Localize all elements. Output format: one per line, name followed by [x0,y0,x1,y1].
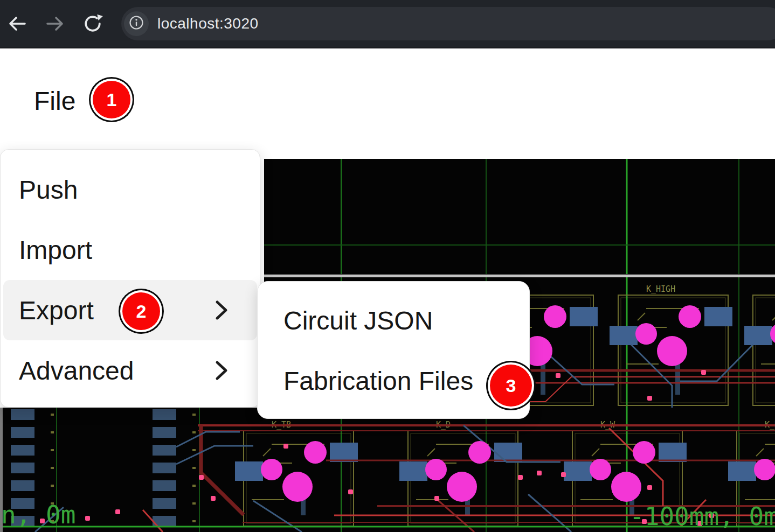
submenu-item-label: Circuit JSON [283,306,433,335]
forward-button[interactable] [40,9,70,39]
menu-item-label: Import [19,235,92,265]
export-submenu: Circuit JSON Fabrication Files [257,281,530,419]
file-menu-button[interactable]: File [34,86,75,116]
submenu-item-circuit-json[interactable]: Circuit JSON [258,290,529,351]
reload-icon [82,13,103,34]
annotation-step-2: 2 [122,292,160,330]
file-dropdown-menu: Push Import Export Advanced [0,149,260,408]
site-info-button[interactable] [124,11,149,36]
menu-item-label: Export [19,296,94,325]
url-text[interactable]: localhost:3020 [157,15,259,32]
menu-item-advanced[interactable]: Advanced [1,340,260,401]
menu-item-import[interactable]: Import [1,220,260,280]
url-bar[interactable]: localhost:3020 [121,7,775,40]
forward-icon [44,13,66,34]
submenu-item-fabrication-files[interactable]: Fabrication Files [258,351,529,411]
site-info-icon [127,13,146,34]
annotation-step-1: 1 [93,81,130,118]
reload-button[interactable] [78,9,108,39]
menu-item-push[interactable]: Push [1,159,260,220]
annotation-step-3: 3 [490,365,532,407]
back-button[interactable] [2,9,32,39]
menu-item-label: Push [19,175,78,205]
svg-text:n, 0m: n, 0m [1,500,75,529]
browser-toolbar: localhost:3020 [0,0,775,48]
chevron-right-icon [214,298,229,322]
svg-text:K_HIGH: K_HIGH [646,284,675,294]
back-icon [6,13,28,34]
svg-text:-100mm, 0m: -100mm, 0m [629,502,775,531]
menu-item-label: Advanced [19,356,134,386]
chevron-right-icon [214,359,229,382]
submenu-item-label: Fabrication Files [283,366,473,396]
